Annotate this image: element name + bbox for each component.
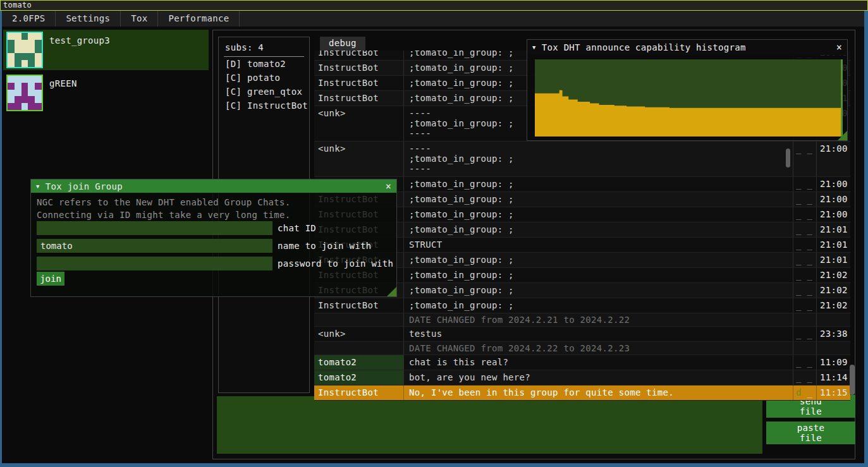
menu-item-2-0fps[interactable]: 2.0FPS	[2, 11, 56, 27]
message-time	[817, 313, 850, 326]
chat-row[interactable]: tomato2bot, are you new here?_ _11:14	[314, 370, 850, 385]
sender-name: InstructBot	[314, 385, 404, 400]
sub-member[interactable]: [C] InstructBot	[219, 99, 309, 112]
chat-row[interactable]: InstructBot;tomato_in_group: ;_ _21:02	[314, 298, 850, 313]
message-time	[817, 342, 850, 355]
message-text: ;tomato_in_group: ;	[404, 192, 793, 207]
message-text: testus	[404, 327, 793, 341]
message-flags: _ _	[793, 370, 817, 385]
message-flags: _ _	[793, 283, 817, 298]
close-icon[interactable]: ×	[836, 43, 842, 52]
subs-count-label: subs: 4	[219, 37, 309, 56]
menu-item-tox[interactable]: Tox	[121, 11, 158, 27]
sender-name: InstructBot	[314, 91, 404, 106]
message-text: DATE CHANGED from 2024.2.21 to 2024.2.22	[404, 313, 793, 326]
sub-member[interactable]: [C] potato	[219, 71, 309, 85]
message-flags: _ _	[793, 192, 817, 207]
sender-name	[314, 342, 404, 355]
group-avatar	[6, 32, 43, 68]
sender-name: tomato2	[314, 370, 404, 385]
message-text: No, I've been in this group for quite so…	[404, 385, 793, 400]
message-text: ;tomato_in_group: ;	[404, 177, 793, 191]
message-flags	[793, 313, 817, 326]
message-flags: _ _	[793, 177, 817, 191]
message-text: ---- ;tomato_in_group: ; ----	[404, 142, 793, 176]
message-list-scrollbar[interactable]	[786, 149, 790, 167]
message-text: ;tomato_in_group: ;	[404, 207, 793, 222]
message-flags: _ _	[793, 268, 817, 282]
subs-list: [D] tomato2[C] potato[C] green_qtox[C] I…	[219, 57, 309, 112]
dht-histogram-title: Tox DHT announce capability histogram	[542, 42, 746, 52]
message-flags: _ _	[793, 253, 817, 267]
message-time: 21:01	[817, 238, 850, 252]
app-root: 2.0FPSSettingsToxPerformance test_group3…	[2, 11, 864, 463]
chat-row[interactable]: InstructBotNo, I've been in this group f…	[314, 385, 850, 401]
join-password-label: password to join with	[278, 258, 393, 269]
dht-histogram-titlebar[interactable]: ▼ Tox DHT announce capability histogram …	[527, 40, 847, 55]
sender-name: InstructBot	[314, 61, 404, 75]
message-text: STRUCT	[404, 238, 793, 252]
chat-row[interactable]: DATE CHANGED from 2024.2.22 to 2024.2.23	[314, 342, 850, 355]
join-desc-line2: Connecting via ID might take a very long…	[37, 210, 291, 220]
window-title: tomato	[3, 1, 32, 9]
window-titlebar[interactable]: tomato	[0, 0, 868, 11]
message-text: chat is this real?	[404, 355, 793, 370]
close-icon[interactable]: ×	[386, 182, 391, 191]
menu-item-settings[interactable]: Settings	[56, 11, 121, 27]
message-time: 11:15	[817, 385, 850, 400]
menu-item-performance[interactable]: Performance	[158, 11, 240, 27]
group-item-gREEN[interactable]: gREEN	[3, 73, 209, 108]
message-text: ;tomato_in_group: ;	[404, 253, 793, 267]
sub-member[interactable]: [D] tomato2	[219, 57, 309, 71]
dht-histogram-plot	[535, 59, 843, 136]
resize-grip[interactable]	[387, 287, 396, 296]
message-flags: _ _	[793, 142, 817, 176]
chat-id-input[interactable]	[37, 221, 272, 235]
message-flags: _ _	[793, 298, 817, 313]
join-group-window: ▼ Tox join Group × NGC refers to the New…	[30, 179, 397, 297]
message-time: 21:00	[817, 207, 850, 222]
tab-debug[interactable]: debug	[320, 37, 365, 51]
paste-file-button[interactable]: paste file	[766, 422, 855, 444]
collapse-arrow-icon[interactable]: ▼	[532, 44, 536, 51]
sender-name: InstructBot	[314, 76, 404, 90]
join-desc-line1: NGC refers to the New DHT enabled Group …	[37, 197, 291, 207]
chat-row[interactable]: <unk>testus_ _23:38	[314, 327, 850, 342]
message-flags: _ _	[793, 355, 817, 370]
message-time: 21:01	[817, 222, 850, 237]
message-time: 21:01	[817, 253, 850, 267]
message-text: bot, are you new here?	[404, 370, 793, 385]
group-avatar	[6, 75, 43, 111]
join-group-titlebar[interactable]: ▼ Tox join Group ×	[31, 179, 396, 193]
sub-member[interactable]: [C] green_qtox	[219, 85, 309, 99]
chat-id-label: chat ID	[278, 223, 316, 233]
message-text: ;tomato_in_group: ;	[404, 268, 793, 282]
message-text: ;tomato_in_group: ;	[404, 298, 793, 313]
message-flags	[793, 342, 817, 355]
menu-bar: 2.0FPSSettingsToxPerformance	[2, 11, 864, 27]
sender-name	[314, 313, 404, 326]
chat-row[interactable]: tomato2chat is this real?_ _11:09	[314, 355, 850, 370]
message-input[interactable]	[217, 396, 762, 454]
message-text: ;tomato_in_group: ;	[404, 222, 793, 237]
join-button[interactable]: join	[37, 272, 64, 286]
message-time: 21:00	[817, 177, 850, 191]
join-password-input[interactable]	[37, 257, 272, 270]
message-time: 21:02	[817, 268, 850, 282]
message-flags: d _	[793, 385, 817, 400]
message-flags: _ _	[793, 207, 817, 222]
resize-grip[interactable]	[838, 131, 847, 140]
collapse-arrow-icon[interactable]: ▼	[36, 183, 40, 190]
group-item-test_group3[interactable]: test_group3	[3, 30, 209, 70]
join-name-input[interactable]	[37, 239, 272, 253]
group-name-label: gREEN	[49, 78, 77, 88]
chat-row[interactable]: DATE CHANGED from 2024.2.21 to 2024.2.22	[314, 313, 850, 327]
message-time: 21:00	[817, 142, 850, 176]
message-flags: _ _	[793, 238, 817, 252]
sender-name: <unk>	[314, 142, 404, 176]
message-time: 11:09	[817, 355, 850, 370]
panel-scrollbar[interactable]	[850, 365, 855, 395]
chat-row[interactable]: <unk>---- ;tomato_in_group: ; ----_ _21:…	[314, 142, 850, 177]
group-name-label: test_group3	[49, 35, 110, 45]
message-time: 11:14	[817, 370, 850, 385]
